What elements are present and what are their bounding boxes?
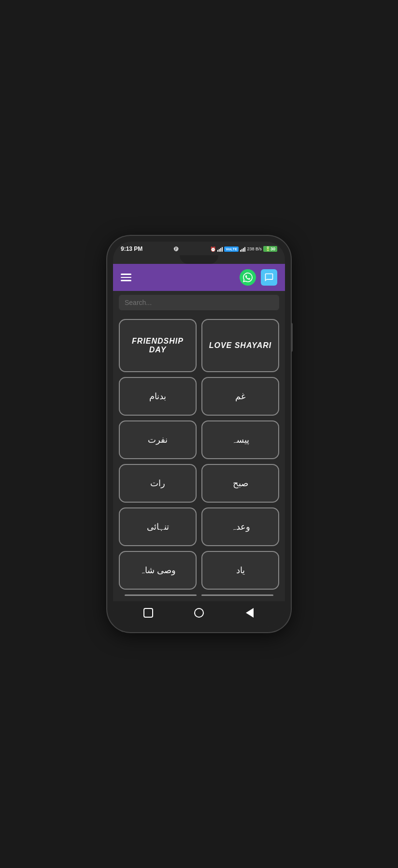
notch (180, 255, 218, 264)
nav-recent-button[interactable] (142, 606, 155, 620)
status-time: 9:13 PM (121, 246, 142, 252)
volte-badge: VoLTE (224, 246, 239, 252)
category-paisa[interactable]: پیسہ (201, 420, 279, 459)
category-subah[interactable]: صبح (201, 464, 279, 503)
chat-button[interactable] (261, 269, 277, 286)
category-gham[interactable]: غم (201, 377, 279, 416)
category-nafrat[interactable]: نفرت (119, 420, 197, 459)
signal-icon (217, 246, 223, 252)
divider-left (125, 594, 197, 596)
battery-indicator: 🔋30 (263, 246, 277, 252)
bottom-nav (113, 601, 285, 626)
search-container (113, 291, 285, 314)
network-speed: 238 B/s (247, 246, 262, 251)
recent-icon (143, 608, 153, 618)
category-yaad[interactable]: یاد (201, 551, 279, 590)
bottom-dividers (119, 594, 279, 596)
menu-button[interactable] (121, 274, 131, 281)
category-wasi-shah[interactable]: وصی شاہ (119, 551, 197, 590)
side-button (291, 323, 293, 352)
search-input[interactable] (119, 295, 279, 310)
back-icon (246, 608, 254, 618)
category-waada[interactable]: وعدہ (201, 507, 279, 546)
header-actions (240, 269, 277, 286)
category-badnam[interactable]: بدنام (119, 377, 197, 416)
nav-home-button[interactable] (192, 606, 206, 620)
category-raat[interactable]: رات (119, 464, 197, 503)
alarm-icon: ⏰ (210, 246, 216, 252)
parental-icon: 🅟 (174, 246, 179, 252)
home-icon (194, 608, 204, 618)
category-grid: FRIENDSHIP DAY LOVE SHAYARI بدنام غم نفر… (119, 319, 279, 590)
divider-right (201, 594, 273, 596)
status-right: ⏰ VoLTE 238 B/s 🔋30 (210, 246, 277, 252)
phone-screen: 9:13 PM 🅟 ⏰ VoLTE 238 B/s 🔋30 (113, 242, 285, 626)
phone-frame: 9:13 PM 🅟 ⏰ VoLTE 238 B/s 🔋30 (107, 236, 291, 632)
category-grid-container: FRIENDSHIP DAY LOVE SHAYARI بدنام غم نفر… (113, 314, 285, 601)
category-friendship-day[interactable]: FRIENDSHIP DAY (119, 319, 197, 372)
signal-icon-2 (240, 246, 245, 252)
category-love-shayari[interactable]: LOVE SHAYARI (201, 319, 279, 372)
status-bar: 9:13 PM 🅟 ⏰ VoLTE 238 B/s 🔋30 (113, 242, 285, 255)
app-header (113, 264, 285, 291)
category-tanhayi[interactable]: تنہائی (119, 507, 197, 546)
whatsapp-button[interactable] (240, 269, 256, 286)
nav-back-button[interactable] (243, 606, 256, 620)
